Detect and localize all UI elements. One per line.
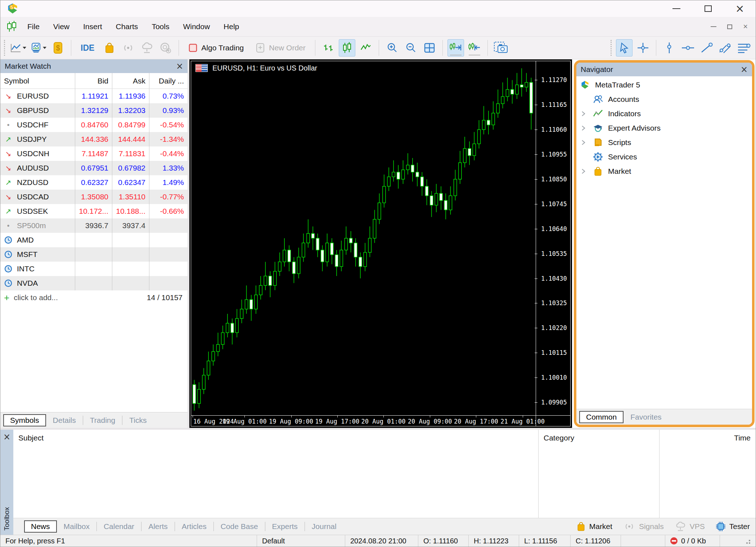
- profiles-button[interactable]: [30, 39, 48, 56]
- market-watch-row-intc[interactable]: INTC: [0, 262, 188, 276]
- child-close-icon[interactable]: ×: [743, 23, 748, 31]
- market-watch-close-icon[interactable]: ×: [176, 62, 183, 71]
- toolbox-tab-calendar[interactable]: Calendar: [98, 520, 140, 533]
- trendline-button[interactable]: [698, 39, 715, 56]
- close-button[interactable]: ×: [724, 0, 756, 17]
- dollar-button[interactable]: $: [50, 39, 66, 56]
- menu-item-view[interactable]: View: [46, 22, 76, 31]
- bar-chart-mode-button[interactable]: [320, 39, 337, 56]
- expand-chevron-icon[interactable]: [580, 139, 593, 146]
- dock-button-tester[interactable]: Tester: [716, 521, 750, 532]
- minimize-button[interactable]: [661, 0, 692, 17]
- dock-button-market[interactable]: Market: [576, 521, 612, 532]
- market-watch-column-bid[interactable]: Bid: [75, 73, 112, 89]
- expand-chevron-icon[interactable]: [580, 125, 593, 131]
- resize-grip[interactable]: [744, 538, 751, 544]
- ide-button[interactable]: IDE: [76, 39, 99, 56]
- market-watch-row-usdjpy[interactable]: ↗USDJPY144.336144.444-1.34%: [0, 132, 188, 146]
- navigator-item-market[interactable]: Market: [576, 164, 752, 178]
- auto-scroll-button[interactable]: [447, 39, 464, 56]
- market-watch-tab-details[interactable]: Details: [47, 414, 82, 426]
- zoom-in-button[interactable]: [384, 39, 400, 56]
- market-watch-row-usdsek[interactable]: ↗USDSEK10.172...10.188...-0.66%: [0, 204, 188, 218]
- cursor-button[interactable]: [616, 39, 633, 56]
- navigator-item-services[interactable]: Services: [576, 150, 752, 164]
- toolbox-tab-mailbox[interactable]: Mailbox: [58, 520, 96, 533]
- market-watch-column-ask[interactable]: Ask: [112, 73, 149, 89]
- market-watch-row-msft[interactable]: MSFT: [0, 247, 188, 262]
- market-watch-row-nzdusd[interactable]: ↗NZDUSD0.623270.623471.49%: [0, 175, 188, 190]
- horizontal-line-button[interactable]: [680, 39, 696, 56]
- toolbox-tab-articles[interactable]: Articles: [176, 520, 213, 533]
- tile-windows-button[interactable]: [421, 39, 438, 56]
- new-order-button[interactable]: New Order: [251, 39, 310, 56]
- toolbox-tab-alerts[interactable]: Alerts: [142, 520, 174, 533]
- dock-button-signals[interactable]: Signals: [623, 522, 664, 531]
- toolbox-tab-experts[interactable]: Experts: [266, 520, 304, 533]
- toolbox-tab-journal[interactable]: Journal: [306, 520, 343, 533]
- market-watch-row-amd[interactable]: AMD: [0, 233, 188, 247]
- navigator-tab-favorites[interactable]: Favorites: [624, 411, 667, 423]
- toolbox-tab-news[interactable]: News: [24, 520, 57, 533]
- navigator-item-accounts[interactable]: Accounts: [576, 92, 752, 107]
- market-watch-tab-trading[interactable]: Trading: [84, 414, 121, 426]
- navigator-item-indicators[interactable]: Indicators: [576, 107, 752, 121]
- screenshot-button[interactable]: [492, 39, 509, 56]
- candlestick-plot[interactable]: [191, 61, 536, 415]
- market-watch-row-gbpusd[interactable]: ↘GBPUSD1.321291.322030.93%: [0, 103, 188, 118]
- market-watch-column-symbol[interactable]: Symbol: [0, 73, 75, 89]
- market-watch-row-audusd[interactable]: ↘AUDUSD0.679510.679821.33%: [0, 161, 188, 175]
- toolbar-grip[interactable]: [4, 40, 5, 56]
- candlestick-mode-button[interactable]: [339, 39, 355, 56]
- line-chart-mode-button[interactable]: [357, 39, 374, 56]
- navigator-tab-common[interactable]: Common: [579, 411, 624, 423]
- chart-shift-button[interactable]: [466, 39, 483, 56]
- market-watch-tab-ticks[interactable]: Ticks: [123, 414, 153, 426]
- child-minimize-icon[interactable]: [711, 26, 716, 27]
- crosshair-button[interactable]: [635, 39, 651, 56]
- cloud-button[interactable]: [139, 39, 155, 56]
- navigator-item-metatrader-5[interactable]: MetaTrader 5: [576, 78, 752, 92]
- navigator-item-scripts[interactable]: Scripts: [576, 135, 752, 150]
- child-restore-icon[interactable]: [727, 24, 732, 29]
- market-store-button[interactable]: [101, 39, 118, 56]
- fibonacci-button[interactable]: [736, 39, 752, 56]
- market-watch-tab-symbols[interactable]: Symbols: [3, 414, 46, 426]
- toolbox-column-header-category[interactable]: Category: [539, 430, 659, 446]
- market-watch-row-usdcnh[interactable]: ↘USDCNH7.114877.11831-0.44%: [0, 146, 188, 161]
- navigator-item-expert-advisors[interactable]: Expert Advisors: [576, 121, 752, 135]
- channel-button[interactable]: [717, 39, 734, 56]
- menu-item-charts[interactable]: Charts: [109, 22, 145, 31]
- zoom-out-button[interactable]: [402, 39, 419, 56]
- menu-item-tools[interactable]: Tools: [145, 22, 176, 31]
- toolbox-column-header-subject[interactable]: Subject: [13, 430, 538, 446]
- navigator-close-icon[interactable]: ×: [741, 65, 748, 74]
- market-watch-row-sp500m[interactable]: •SP500m3936.73937.4: [0, 218, 188, 233]
- vertical-line-button[interactable]: [661, 39, 678, 56]
- dock-button-vps[interactable]: VPS: [675, 521, 705, 532]
- algo-trading-button[interactable]: Algo Trading: [184, 39, 248, 56]
- market-watch-column-daily[interactable]: Daily ...: [149, 73, 188, 89]
- menu-item-insert[interactable]: Insert: [76, 22, 109, 31]
- signals-button[interactable]: [120, 39, 136, 56]
- toolbox-close-icon[interactable]: ×: [3, 433, 10, 441]
- expand-chevron-icon[interactable]: [580, 110, 593, 117]
- toolbar-grip[interactable]: [611, 40, 612, 56]
- market-watch-row-nvda[interactable]: NVDA: [0, 276, 188, 290]
- community-button[interactable]: [157, 39, 174, 56]
- tile-windows-icon: [424, 42, 435, 53]
- market-watch-row-eurusd[interactable]: ↘EURUSD1.119211.119360.73%: [0, 89, 188, 103]
- expand-chevron-icon[interactable]: [580, 168, 593, 175]
- market-watch-row-usdcad[interactable]: ↘USDCAD1.350801.35110-0.77%: [0, 190, 188, 204]
- chart-type-button[interactable]: [9, 39, 27, 56]
- market-watch-row-usdchf[interactable]: •USDCHF0.847600.84799-0.54%: [0, 118, 188, 132]
- chart-panel[interactable]: EURUSD, H1: Euro vs US Dollar 1.112701.1…: [189, 59, 572, 428]
- menu-item-window[interactable]: Window: [176, 22, 217, 31]
- status-profile[interactable]: Default: [257, 535, 345, 547]
- toolbox-column-header-time[interactable]: Time: [660, 430, 756, 446]
- menu-item-help[interactable]: Help: [217, 22, 246, 31]
- click-to-add-row[interactable]: + click to add... 14 / 10157: [0, 290, 188, 305]
- menu-item-file[interactable]: File: [21, 22, 46, 31]
- toolbox-tab-code-base[interactable]: Code Base: [215, 520, 264, 533]
- maximize-button[interactable]: [692, 0, 724, 17]
